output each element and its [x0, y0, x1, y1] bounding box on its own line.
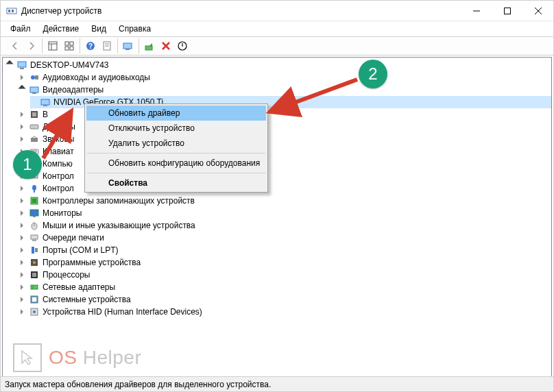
category-label: Контрол [43, 182, 74, 195]
nav-forward-button[interactable] [24, 38, 39, 53]
context-disable-device[interactable]: Отключить устройство [86, 121, 266, 136]
expander-icon[interactable] [5, 61, 14, 69]
category-icon [29, 245, 40, 256]
category-icon [29, 72, 40, 83]
category-icon [29, 232, 40, 243]
svg-point-44 [32, 185, 36, 191]
category-icon [29, 282, 40, 293]
svg-rect-20 [125, 49, 130, 50]
svg-rect-36 [31, 138, 38, 142]
toolbar-help-icon[interactable]: ? [83, 38, 98, 53]
annotation-badge-2: 2 [359, 60, 387, 88]
context-properties[interactable]: Свойства [86, 175, 266, 191]
expander-icon[interactable] [18, 271, 26, 279]
context-separator [87, 173, 265, 173]
category-icon [29, 257, 40, 268]
toolbar-grid-icon[interactable] [62, 38, 77, 53]
expander-icon[interactable] [18, 110, 26, 119]
tree-category[interactable]: Программные устройства [18, 256, 551, 269]
tree-category[interactable]: Мониторы [18, 207, 551, 219]
category-icon [29, 195, 40, 206]
watermark-text: OS Helper [49, 347, 141, 369]
category-icon [29, 294, 40, 305]
expander-icon[interactable] [18, 184, 26, 193]
maximize-button[interactable] [492, 1, 522, 21]
toolbar-view-icon[interactable] [45, 38, 60, 53]
category-label: Дисковы [43, 121, 75, 133]
expander-icon[interactable] [18, 197, 26, 205]
menu-view[interactable]: Вид [86, 23, 112, 35]
expander-icon[interactable] [18, 135, 26, 143]
category-label: Звуковы [43, 133, 74, 145]
category-label: Порты (COM и LPT) [43, 244, 119, 256]
category-icon [29, 208, 40, 219]
tree-category[interactable]: Видеоадаптеры [18, 84, 551, 96]
toolbar-update-driver-icon[interactable] [142, 38, 157, 53]
tree-category[interactable]: Аудиовходы и аудиовыходы [18, 71, 551, 84]
svg-point-65 [33, 310, 36, 313]
category-label: Системные устройства [43, 293, 131, 306]
expander-icon[interactable] [18, 234, 26, 242]
tree-category[interactable]: Очереди печати [18, 232, 551, 244]
expander-icon[interactable] [18, 308, 26, 316]
tree-category[interactable]: Устройства HID (Human Interface Devices) [18, 306, 551, 318]
expander-icon[interactable] [18, 295, 26, 304]
expander-icon[interactable] [18, 283, 26, 291]
svg-rect-21 [145, 46, 152, 50]
svg-rect-30 [32, 93, 36, 94]
menu-action[interactable]: Действие [38, 23, 85, 35]
app-icon [6, 5, 17, 16]
tree-root[interactable]: DESKTOP-UM4V743 [5, 59, 551, 71]
svg-rect-49 [33, 216, 36, 217]
expander-icon[interactable] [18, 86, 26, 94]
nav-back-button[interactable] [8, 38, 23, 53]
category-label: Очереди печати [43, 232, 104, 244]
svg-rect-19 [123, 43, 132, 49]
tree-category[interactable]: Контроллеры запоминающих устройств [18, 195, 551, 207]
close-button[interactable] [522, 1, 553, 21]
tree-category[interactable]: Сетевые адаптеры [18, 281, 551, 293]
svg-rect-55 [35, 248, 38, 252]
menu-file[interactable]: Файл [5, 23, 36, 35]
context-remove-device[interactable]: Удалить устройство [86, 136, 266, 151]
expander-icon[interactable] [18, 246, 26, 254]
category-icon [29, 306, 40, 317]
tree-category[interactable]: Системные устройства [18, 293, 551, 306]
expander-icon[interactable] [18, 209, 26, 217]
tree-category[interactable]: Мыши и иные указывающие устройства [18, 219, 551, 232]
toolbar-properties-icon[interactable] [99, 38, 115, 53]
svg-rect-12 [65, 47, 69, 50]
titlebar: Диспетчер устройств [1, 1, 553, 21]
category-label: Устройства HID (Human Interface Devices) [43, 306, 202, 318]
computer-icon [16, 60, 27, 71]
menu-help[interactable]: Справка [113, 23, 156, 35]
svg-rect-54 [32, 247, 34, 254]
svg-rect-31 [41, 99, 49, 105]
tree-category[interactable]: Порты (COM и LPT) [18, 244, 551, 256]
svg-rect-48 [30, 210, 38, 216]
svg-rect-35 [30, 125, 38, 129]
expander-icon[interactable] [18, 123, 26, 131]
svg-text:?: ? [88, 42, 93, 50]
expander-icon[interactable] [18, 258, 26, 267]
expander-icon[interactable] [18, 221, 26, 230]
category-icon [29, 134, 40, 145]
category-label: Видеоадаптеры [43, 84, 104, 96]
svg-rect-45 [34, 191, 35, 193]
svg-rect-32 [43, 105, 47, 106]
svg-rect-4 [504, 8, 510, 14]
toolbar-disable-icon[interactable] [175, 38, 190, 53]
svg-rect-28 [35, 75, 38, 79]
category-label: Мониторы [43, 207, 82, 219]
minimize-button[interactable] [461, 1, 492, 21]
svg-point-57 [33, 261, 36, 264]
svg-rect-34 [32, 112, 36, 117]
context-scan-hardware[interactable]: Обновить конфигурацию оборудования [86, 156, 266, 171]
toolbar-scan-icon[interactable] [121, 38, 136, 53]
category-icon [29, 121, 40, 132]
tree-category[interactable]: Процессоры [18, 269, 551, 281]
toolbar-uninstall-icon[interactable] [158, 38, 173, 53]
expander-icon[interactable] [18, 73, 26, 82]
context-update-driver[interactable]: Обновить драйвер [86, 106, 266, 121]
svg-rect-47 [32, 199, 36, 203]
